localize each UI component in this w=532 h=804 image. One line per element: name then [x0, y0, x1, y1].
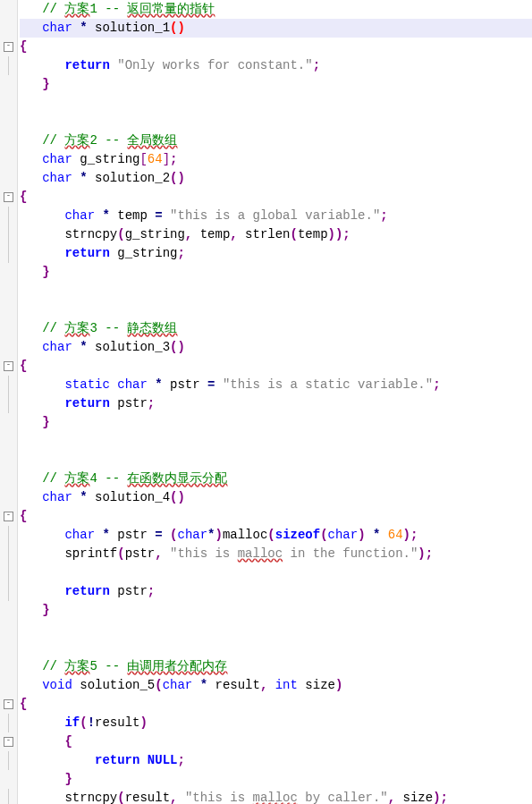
code-line[interactable]: // 方案5 -- 由调用者分配内存 — [20, 657, 532, 676]
comment-text: 5 -- — [89, 659, 127, 673]
paren-close: ) — [177, 490, 184, 504]
code-line[interactable] — [20, 620, 532, 639]
type-keyword: char — [64, 208, 102, 223]
comma: , — [170, 791, 185, 804]
fold-toggle-icon[interactable]: - — [4, 361, 13, 371]
fold-toggle-icon[interactable]: - — [4, 192, 13, 202]
code-line[interactable]: char * solution_4() — [20, 488, 532, 507]
code-line[interactable]: { — [20, 357, 532, 376]
code-line[interactable] — [20, 451, 532, 470]
comma: , — [185, 227, 200, 241]
code-line[interactable]: char * temp = "this is a global variable… — [20, 207, 532, 225]
comment-cjk: 返回常量的指针 — [127, 2, 215, 16]
paren-open: ( — [320, 528, 327, 542]
comma: , — [260, 678, 275, 692]
comment-text: // — [42, 471, 64, 486]
gutter-row — [0, 113, 17, 131]
code-line[interactable] — [20, 432, 532, 451]
code-line[interactable] — [20, 282, 532, 300]
pointer-star: * — [155, 377, 170, 392]
code-line[interactable]: } — [20, 770, 532, 789]
code-line[interactable]: } — [20, 601, 532, 620]
type-keyword: char — [42, 340, 80, 354]
code-line[interactable]: } — [20, 413, 532, 432]
code-line[interactable]: char * solution_2() — [20, 169, 532, 188]
pointer-star: * — [80, 490, 95, 504]
paren-open: ( — [117, 546, 124, 561]
code-line[interactable]: return g_string; — [20, 244, 532, 263]
bracket-close: ] — [163, 152, 170, 166]
code-editor[interactable]: ------ // 方案1 -- 返回常量的指针 char * solution… — [0, 0, 532, 804]
comment-cjk: 方案 — [64, 2, 89, 16]
code-line[interactable]: { — [20, 732, 532, 751]
code-area[interactable]: // 方案1 -- 返回常量的指针 char * solution_1(){ r… — [18, 0, 532, 804]
gutter-row — [0, 488, 17, 507]
gutter-row: - — [0, 732, 17, 751]
gutter-row — [0, 526, 17, 545]
fold-gutter[interactable]: ------ — [0, 0, 18, 804]
paren-close: ) — [358, 528, 373, 542]
code-line[interactable]: { — [20, 507, 532, 526]
identifier: g_string — [117, 246, 177, 260]
code-line[interactable]: char * pstr = (char*)malloc(sizeof(char)… — [20, 526, 532, 545]
gutter-row — [0, 300, 17, 319]
paren-close: ) — [177, 21, 184, 35]
gutter-row — [0, 639, 17, 657]
code-line[interactable]: // 方案1 -- 返回常量的指针 — [20, 0, 532, 19]
code-line[interactable]: if(!result) — [20, 714, 532, 732]
code-line[interactable]: static char * pstr = "this is a static v… — [20, 376, 532, 394]
code-line[interactable]: return NULL; — [20, 751, 532, 770]
code-line[interactable]: { — [20, 38, 532, 56]
comment-text: 1 -- — [89, 2, 127, 16]
fold-toggle-icon[interactable]: - — [4, 42, 13, 52]
comment-text: // — [42, 2, 64, 16]
code-line[interactable]: // 方案3 -- 静态数组 — [20, 319, 532, 338]
code-line[interactable]: { — [20, 188, 532, 207]
gutter-row — [0, 94, 17, 113]
gutter-row — [0, 282, 17, 300]
code-line[interactable]: sprintf(pstr, "this is malloc in the fun… — [20, 545, 532, 563]
gutter-row: - — [0, 188, 17, 207]
code-line[interactable]: // 方案2 -- 全局数组 — [20, 131, 532, 150]
code-line[interactable]: char * solution_1() — [20, 19, 532, 38]
string-literal: "this is a static variable." — [223, 377, 433, 392]
code-line[interactable]: // 方案4 -- 在函数内显示分配 — [20, 470, 532, 488]
semicolon: ; — [426, 546, 433, 561]
code-line[interactable]: void solution_5(char * result, int size) — [20, 676, 532, 695]
code-line[interactable] — [20, 113, 532, 131]
comment-cjk: 方案 — [64, 659, 89, 673]
code-line[interactable] — [20, 300, 532, 319]
type-keyword: char — [64, 528, 102, 542]
return-keyword: return — [95, 753, 148, 767]
code-line[interactable]: { — [20, 695, 532, 714]
code-line[interactable]: return "Only works for constant."; — [20, 56, 532, 75]
function-name: solution_4 — [95, 490, 170, 504]
identifier: size — [403, 791, 434, 804]
gutter-row: - — [0, 38, 17, 56]
return-keyword: return — [64, 396, 117, 410]
code-line[interactable] — [20, 563, 532, 582]
comment-text: // — [42, 133, 64, 148]
number-literal: 64 — [388, 528, 403, 542]
code-line[interactable]: char * solution_3() — [20, 338, 532, 357]
brace-close: } — [42, 77, 49, 91]
code-line[interactable]: return pstr; — [20, 394, 532, 413]
code-line[interactable]: } — [20, 263, 532, 282]
code-line[interactable]: strncpy(result, "this is malloc by calle… — [20, 789, 532, 804]
return-keyword: return — [64, 58, 117, 72]
code-line[interactable]: char g_string[64]; — [20, 150, 532, 169]
code-line[interactable]: strncpy(g_string, temp, strlen(temp)); — [20, 225, 532, 244]
code-line[interactable] — [20, 639, 532, 657]
fold-toggle-icon[interactable]: - — [4, 512, 13, 521]
gutter-row: - — [0, 695, 17, 714]
fold-toggle-icon[interactable]: - — [4, 737, 13, 747]
gutter-row — [0, 676, 17, 695]
code-line[interactable]: } — [20, 75, 532, 94]
code-line[interactable] — [20, 94, 532, 113]
function-name: solution_3 — [95, 340, 170, 354]
code-line[interactable]: return pstr; — [20, 582, 532, 601]
comment-text: 4 -- — [89, 471, 127, 486]
fold-toggle-icon[interactable]: - — [4, 699, 13, 709]
paren-close: )) — [328, 227, 343, 241]
gutter-row — [0, 620, 17, 639]
